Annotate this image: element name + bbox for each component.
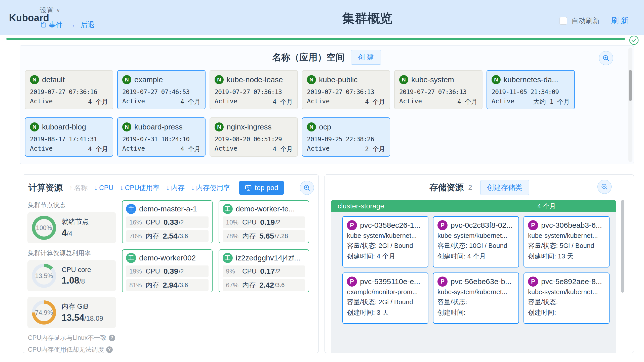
sort-label: CPU使用率 [125,183,160,192]
settings-menu[interactable]: 设置 ∨ [40,6,60,15]
sort-label: 内存使用率 [196,183,230,192]
memory-percent: 78% [226,233,238,240]
cpu-total: /2 [275,268,280,275]
namespaces-scrollbar-thumb[interactable] [629,70,632,101]
pvc-created: 13 天 [558,252,573,260]
sort-control[interactable]: ↓ CPU [94,184,114,192]
sort-control[interactable]: ↓ CPU使用率 [120,183,160,192]
namespace-icon: N [215,122,224,131]
memory-donut: 74.9% [32,300,56,325]
memory-total: /7.28 [274,233,288,240]
storage-panel: 存储资源 2 创建存储类 cluster-storage 4 个月 P pvc-… [325,174,634,353]
storage-scrollbar-thumb[interactable] [621,200,624,293]
pvc-capacity-label: 容量/状态: [528,242,558,249]
header-nav: 事件 ← 后退 [40,20,95,30]
cpu-core-donut: 13.5% [32,264,56,288]
load-success-icon [628,35,639,46]
zoom-in-icon[interactable] [300,181,314,195]
top-pod-icon [245,184,252,191]
pvc-card[interactable]: P pvc-5395110e-e... example/monitor-prom… [342,273,428,324]
namespace-card[interactable]: N kube-public 2019-07-27 07:36:13 Active… [302,70,390,109]
events-label: 事件 [49,20,63,30]
namespace-card[interactable]: N kuboard-press 2019-07-31 18:24:10 Acti… [117,117,206,157]
pvc-icon: P [437,220,448,230]
namespace-card[interactable]: N kuboard-blog 2019-08-17 17:41:31 Activ… [25,117,113,157]
footnote-text: CPU内存显示与Linux不一致 [28,334,107,342]
compute-footnotes: CPU内存显示与Linux不一致 ? CPU内存使用低却无法调度 ? [27,334,116,354]
node-status-label: 集群节点状态 [28,201,116,209]
namespace-status: Active [399,98,422,106]
sort-control[interactable]: ↓ 内存使用率 [191,183,230,192]
pvc-name: pvc-306beab3-6... [541,221,602,230]
node-card[interactable]: 工 iz2zedgghv14j4zf... 9% CPU 0.17 /2 67%… [219,249,309,292]
pvc-ref: example/monitor-prom... [347,288,424,296]
zoom-in-icon[interactable] [599,51,613,65]
node-card[interactable]: 工 demo-worker-te... 10% CPU 0.19 /2 78% … [219,200,309,243]
compute-panel: 计算资源 ↑ 名称 ↓ CPU ↓ CPU使用率 ↓ 内存 ↓ 内存使用率 to… [23,174,319,353]
namespace-created: 2019-07-31 18:24:10 [122,135,200,143]
memory-value: 2.54 [163,232,177,240]
node-card[interactable]: 工 demo-worker002 19% CPU 0.39 /2 81% 内存 … [122,249,213,292]
sort-control[interactable]: ↓ 内存 [166,183,185,192]
top-pod-button[interactable]: top pod [239,181,284,195]
namespaces-panel: 名称（应用）空间 创 建 N default 2019-07-27 07:36:… [20,45,634,164]
cpu-total: /2 [179,268,184,275]
pvc-card[interactable]: P pvc-5e892aee-8... kube-system/kubernet… [524,273,610,324]
memory-value: 5.65 [259,232,274,240]
namespace-card[interactable]: N example 2019-07-27 07:46:53 Active 4 个… [117,70,206,109]
pvc-card[interactable]: P pvc-306beab3-6... kube-system/kubernet… [524,216,610,267]
storage-class-name: cluster-storage [338,202,384,210]
pvc-capacity: 2Gi / Bound [379,298,413,306]
pvc-card[interactable]: P pvc-56ebe63e-b... kube-system/kubernet… [433,273,519,324]
namespace-cards: N default 2019-07-27 07:36:16 Active 4 个… [20,69,634,157]
namespace-card[interactable]: N default 2019-07-27 07:36:16 Active 4 个… [25,70,113,109]
auto-refresh-label: 自动刷新 [572,16,600,26]
namespace-created: 2019-08-20 06:51:29 [215,135,293,143]
pvc-icon: P [347,277,357,287]
namespace-card[interactable]: N kube-system 2019-07-27 07:36:13 Active… [394,70,482,109]
node-role-icon: 主 [126,204,136,214]
app-header: Kuboard 设置 ∨ 事件 ← 后退 集群概览 自动刷新 刷 新 [0,0,644,35]
node-name: demo-worker-te... [236,205,295,213]
pvc-card[interactable]: P pvc-0358ec26-1... kube-system/kubernet… [342,216,428,267]
node-role-icon: 工 [223,204,233,214]
header-right: 自动刷新 刷 新 [559,16,628,26]
namespace-status: Active [307,98,330,106]
node-name: demo-master-a-1 [139,205,197,213]
pvc-created: 4 个月 [377,252,395,260]
node-role-icon: 工 [223,253,233,263]
namespace-status: Active [122,145,145,153]
pvc-card[interactable]: P pvc-0c2c83f8-02... kube-system/kuberne… [433,216,519,267]
namespace-created: 2019-07-27 07:36:16 [30,88,108,96]
namespace-age: 4 个月 [273,145,293,153]
memory-total: /3.6 [178,233,188,240]
namespace-status: Active [30,98,53,106]
back-link[interactable]: ← 后退 [71,20,95,30]
sort-control[interactable]: ↑ 名称 [69,183,88,192]
storage-class-bar[interactable]: cluster-storage 4 个月 [331,200,616,212]
events-icon [40,22,47,28]
namespace-card[interactable]: N kubernetes-da... 2019-11-05 21:34:09 A… [487,70,575,109]
create-storage-class-button[interactable]: 创建存储类 [480,180,529,195]
cpu-core-card: 13.5% CPU core 1.08/8 [27,260,116,291]
namespace-created: 2019-07-27 07:36:13 [399,88,477,96]
namespace-card[interactable]: N nginx-ingress 2019-08-20 06:51:29 Acti… [210,117,298,157]
auto-refresh-checkbox[interactable] [559,17,567,25]
node-card[interactable]: 主 demo-master-a-1 16% CPU 0.33 /2 70% 内存… [122,200,213,243]
pvc-created: 3 天 [377,309,389,316]
refresh-button[interactable]: 刷 新 [611,16,628,26]
top-pod-label: top pod [255,184,278,192]
node-name: demo-worker002 [139,254,196,262]
events-link[interactable]: 事件 [40,20,63,30]
cpu-row-label: CPU [242,267,257,275]
pvc-name: pvc-56ebe63e-b... [451,277,511,286]
question-mark-icon[interactable]: ? [109,335,115,341]
create-namespace-button[interactable]: 创 建 [351,50,381,65]
namespace-card[interactable]: N kube-node-lease 2019-07-27 07:36:13 Ac… [210,70,298,109]
question-mark-icon[interactable]: ? [106,346,113,353]
namespace-created: 2019-07-27 07:36:13 [307,88,385,96]
zoom-in-icon[interactable] [597,180,612,194]
namespace-age: 4 个月 [273,98,293,106]
cpu-core-total: /8 [79,278,85,285]
namespace-card[interactable]: N ocp 2019-09-25 22:38:26 Active 2 个月 [302,117,390,157]
